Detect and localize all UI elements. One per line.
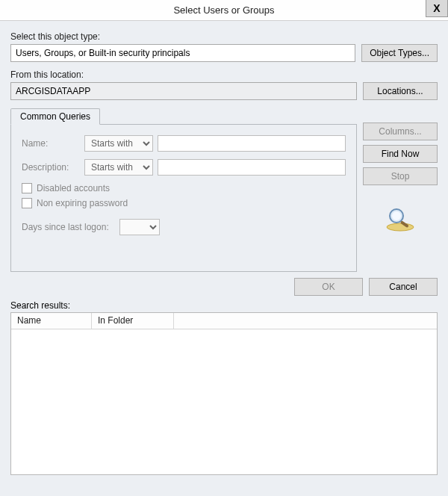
object-type-value: Users, Groups, or Built-in security prin… — [16, 48, 190, 58]
columns-button[interactable]: Columns... — [363, 123, 438, 140]
window-title: Select Users or Groups — [173, 4, 274, 16]
find-now-button[interactable]: Find Now — [363, 145, 438, 163]
results-grid[interactable]: Name In Folder — [10, 312, 438, 475]
side-button-column: Columns... Find Now Stop — [363, 123, 438, 233]
column-header-name[interactable]: Name — [11, 313, 92, 329]
location-label: From this location: — [10, 69, 438, 80]
object-type-label: Select this object type: — [10, 31, 438, 42]
object-type-field[interactable]: Users, Groups, or Built-in security prin… — [10, 44, 355, 62]
results-header: Name In Folder — [11, 313, 437, 329]
close-button[interactable]: X — [426, 0, 448, 17]
column-header-in-folder[interactable]: In Folder — [92, 313, 174, 329]
svg-point-2 — [392, 211, 401, 220]
disabled-accounts-label: Disabled accounts — [37, 183, 110, 193]
name-mode-select[interactable]: Starts with — [84, 135, 153, 152]
svg-point-0 — [387, 223, 414, 231]
name-input[interactable] — [158, 135, 346, 152]
disabled-accounts-checkbox[interactable] — [22, 183, 32, 193]
days-since-logon-select[interactable] — [119, 219, 160, 235]
days-since-logon-label: Days since last logon: — [22, 222, 109, 232]
dialog-body: Select this object type: Users, Groups, … — [0, 21, 448, 496]
description-input[interactable] — [158, 159, 346, 176]
cancel-button[interactable]: Cancel — [369, 278, 438, 296]
common-queries-panel: Common Queries Name: Starts with Descrip… — [10, 108, 357, 272]
close-icon: X — [433, 3, 440, 13]
location-value: ARCGISDATAAPP — [16, 86, 90, 96]
non-expiring-label: Non expiring password — [37, 198, 128, 208]
location-field[interactable]: ARCGISDATAAPP — [10, 82, 357, 100]
ok-button[interactable]: OK — [294, 278, 363, 296]
object-types-button[interactable]: Object Types... — [361, 44, 438, 62]
stop-button[interactable]: Stop — [363, 167, 438, 185]
column-header-spacer — [174, 313, 437, 329]
search-results-label: Search results: — [10, 300, 438, 311]
locations-button[interactable]: Locations... — [363, 82, 438, 100]
name-label: Name: — [22, 138, 80, 149]
tab-common-queries[interactable]: Common Queries — [10, 108, 100, 125]
description-mode-select[interactable]: Starts with — [84, 159, 153, 176]
results-body — [11, 329, 437, 474]
description-label: Description: — [22, 162, 80, 173]
search-icon — [363, 205, 438, 233]
title-bar: Select Users or Groups X — [0, 0, 448, 21]
non-expiring-checkbox[interactable] — [22, 198, 32, 208]
